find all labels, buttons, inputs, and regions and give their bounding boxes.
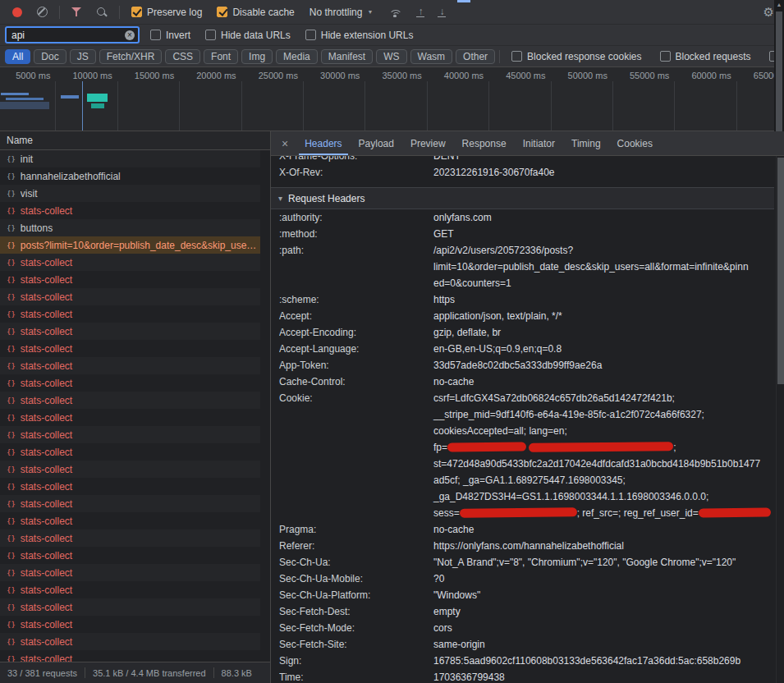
type-filter-pill[interactable]: All — [5, 49, 30, 64]
preserve-log-checkbox[interactable]: Preserve log — [131, 7, 202, 18]
top-blue-indicator — [457, 0, 470, 2]
request-row[interactable]: {} posts?limit=10&order=publish_date_des… — [0, 236, 260, 254]
request-row[interactable]: {} stats-collect — [0, 633, 260, 650]
request-row[interactable]: {} buttons — [0, 219, 260, 236]
header-row: Sec-Ch-Ua-Platform: "Windows" — [271, 587, 774, 603]
type-filter-pill[interactable]: Doc — [34, 49, 66, 64]
request-row[interactable]: {} stats-collect — [0, 340, 260, 357]
request-row[interactable]: {} stats-collect — [0, 288, 260, 305]
close-details-icon[interactable]: × — [282, 137, 288, 150]
request-row[interactable]: {} stats-collect — [0, 547, 260, 564]
request-row[interactable]: {} stats-collect — [0, 374, 260, 392]
request-row[interactable]: {} stats-collect — [0, 323, 260, 340]
settings-gear-icon[interactable]: ⚙ — [763, 5, 774, 20]
request-row[interactable]: {} stats-collect — [0, 581, 260, 598]
name-column-label: Name — [7, 135, 33, 146]
request-name: stats-collect — [21, 395, 260, 406]
request-row[interactable]: {} stats-collect — [0, 443, 260, 461]
clear-filter-icon[interactable]: × — [125, 30, 135, 40]
header-row: Accept: application/json, text/plain, */… — [271, 308, 774, 324]
search-icon[interactable] — [96, 7, 108, 18]
network-filter-checkbox[interactable]: Blocked response cookies — [511, 51, 641, 62]
hide-extension-urls-checkbox[interactable]: Hide extension URLs — [305, 30, 414, 41]
header-name: App-Token: — [279, 357, 433, 374]
type-filter-pill[interactable]: Font — [204, 49, 238, 64]
request-row[interactable]: {} stats-collect — [0, 512, 260, 529]
request-row[interactable]: {} stats-collect — [0, 305, 260, 323]
timeline-overview[interactable]: 5000 ms10000 ms15000 ms20000 ms25000 ms3… — [0, 67, 784, 131]
timeline-chart[interactable] — [0, 81, 784, 131]
name-column-header[interactable]: Name — [0, 131, 270, 150]
disable-cache-checkbox[interactable]: Disable cache — [217, 7, 294, 18]
checkbox-label: Preserve log — [147, 7, 202, 18]
type-filter-pill[interactable]: Other — [456, 49, 495, 64]
request-row[interactable]: {} stats-collect — [0, 564, 260, 581]
timeline-tick-label: 15000 ms — [124, 71, 186, 80]
request-name: posts?limit=10&order=publish_date_desc&s… — [21, 240, 260, 251]
timeline-tick-label: 50000 ms — [557, 71, 619, 80]
type-filter-pill[interactable]: JS — [70, 49, 96, 64]
export-har-icon[interactable]: ↓ — [438, 7, 446, 17]
header-row: :method: GET — [271, 226, 774, 242]
type-filter-pill[interactable]: Img — [241, 49, 273, 64]
type-filter-pill[interactable]: CSS — [165, 49, 200, 64]
script-file-icon: {} — [7, 448, 16, 456]
header-name: Time: — [279, 669, 433, 683]
request-row[interactable]: {} stats-collect — [0, 478, 260, 495]
network-conditions-icon[interactable] — [388, 7, 401, 17]
filter-input[interactable] — [11, 30, 125, 41]
details-tab[interactable]: Timing — [566, 131, 607, 155]
request-name: stats-collect — [21, 636, 260, 648]
details-tab[interactable]: Initiator — [517, 131, 561, 155]
request-headers-list: :authority: onlyfans.com :method: GET :p… — [271, 209, 774, 683]
header-name: Sec-Ch-Ua: — [279, 554, 433, 571]
type-filter-pill[interactable]: Wasm — [410, 49, 453, 64]
timeline-tick-label: 5000 ms — [0, 71, 62, 80]
request-headers-section[interactable]: ▾ Request Headers — [271, 187, 774, 209]
request-row[interactable]: {} stats-collect — [0, 426, 260, 443]
resources-size: 88.3 kB — [222, 668, 252, 678]
clear-network-log-icon[interactable] — [37, 7, 48, 17]
blocked-filter-checkboxes: Blocked response cookies Blocked request… — [504, 51, 784, 62]
type-filter-pill[interactable]: Fetch/XHR — [99, 49, 163, 64]
request-row[interactable]: {} stats-collect — [0, 392, 260, 409]
request-row[interactable]: {} stats-collect — [0, 357, 260, 374]
type-filter-pill[interactable]: WS — [376, 49, 406, 64]
import-har-icon[interactable]: ↑ — [416, 7, 424, 17]
request-row[interactable]: {} stats-collect — [0, 529, 260, 547]
details-tab[interactable]: Preview — [405, 131, 452, 155]
request-row[interactable]: {} stats-collect — [0, 461, 260, 478]
details-tab[interactable]: Cookies — [612, 131, 658, 155]
request-row[interactable]: {} stats-collect — [0, 409, 260, 426]
header-row: X-Of-Rev: 202312261916-30670fa40e — [271, 164, 774, 181]
timeline-activity-bar — [91, 103, 104, 108]
request-name: stats-collect — [21, 516, 260, 527]
details-tab[interactable]: Headers — [299, 131, 347, 155]
type-filter-pill[interactable]: Media — [276, 49, 318, 64]
request-name: stats-collect — [21, 602, 260, 613]
request-row[interactable]: {} stats-collect — [0, 254, 260, 271]
hide-data-urls-checkbox[interactable]: Hide data URLs — [205, 30, 291, 41]
type-filter-pill[interactable]: Manifest — [321, 49, 373, 64]
request-row[interactable]: {} stats-collect — [0, 616, 260, 633]
request-row[interactable]: {} stats-collect — [0, 271, 260, 288]
details-tab[interactable]: Response — [456, 131, 512, 155]
request-row[interactable]: {} visit — [0, 185, 260, 202]
request-row[interactable]: {} init — [0, 150, 260, 167]
request-row[interactable]: {} stats-collect — [0, 650, 260, 662]
record-button[interactable] — [12, 7, 22, 17]
request-row[interactable]: {} stats-collect — [0, 598, 260, 616]
invert-checkbox[interactable]: Invert — [150, 30, 190, 41]
filter-icon[interactable] — [71, 7, 81, 16]
throttling-select[interactable]: No throttling ▼ — [309, 7, 374, 18]
scroll-up-icon[interactable]: ▲ — [774, 2, 784, 7]
script-file-icon: {} — [7, 276, 16, 284]
request-row[interactable]: {} stats-collect — [0, 202, 260, 219]
request-row[interactable]: {} stats-collect — [0, 495, 260, 512]
details-tab[interactable]: Payload — [353, 131, 400, 155]
scrollbar-thumb[interactable] — [777, 158, 784, 384]
header-name: Accept: — [279, 308, 433, 324]
network-filter-checkbox[interactable]: Blocked requests — [660, 51, 751, 62]
request-row[interactable]: {} hannahelizabethofficial — [0, 167, 260, 185]
details-scrollbar[interactable] — [776, 156, 784, 683]
